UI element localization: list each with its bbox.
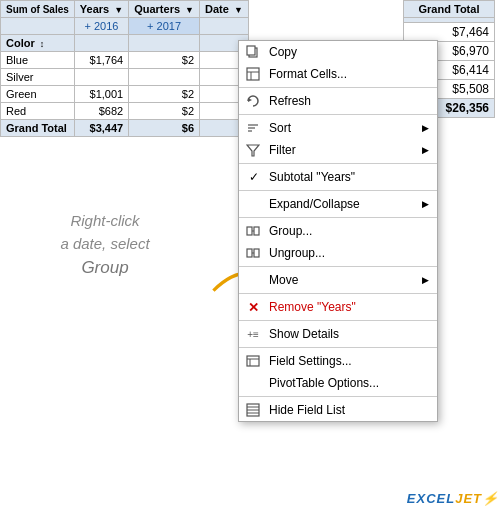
ungroup-icon xyxy=(245,245,261,261)
filter-icon xyxy=(245,142,261,158)
years-header[interactable]: Years ▼ xyxy=(74,1,128,18)
menu-item-show-details[interactable]: +≡ Show Details xyxy=(239,323,437,345)
refresh-label: Refresh xyxy=(269,94,311,108)
svg-rect-14 xyxy=(247,249,252,257)
green-val2: $2 xyxy=(129,86,200,103)
grand-total-label: Grand Total xyxy=(1,120,75,137)
move-label: Move xyxy=(269,273,298,287)
filter-label: Filter xyxy=(269,143,296,157)
years-label: Years xyxy=(80,3,109,15)
color-header: Color ↕ xyxy=(1,35,75,52)
gt-val2: $6 xyxy=(129,120,200,137)
menu-item-ungroup[interactable]: Ungroup... xyxy=(239,242,437,264)
pivot-table: Sum of Sales Years ▼ Quarters ▼ Date ▼ +… xyxy=(0,0,249,137)
empty-cell xyxy=(1,18,75,35)
sort-icon xyxy=(245,120,261,136)
menu-item-filter[interactable]: Filter xyxy=(239,139,437,161)
svg-rect-3 xyxy=(247,68,259,80)
grand-total-row: Grand Total $3,447 $6 xyxy=(1,120,249,137)
refresh-icon xyxy=(245,93,261,109)
expand-collapse-label: Expand/Collapse xyxy=(269,197,360,211)
sum-of-sales-header: Sum of Sales xyxy=(1,1,75,18)
separator-8 xyxy=(239,320,437,321)
menu-item-group[interactable]: Group... xyxy=(239,220,437,242)
remove-years-label: Remove "Years" xyxy=(269,300,356,314)
svg-rect-2 xyxy=(247,46,255,55)
svg-marker-10 xyxy=(247,145,259,156)
group-icon xyxy=(245,223,261,239)
show-details-icon: +≡ xyxy=(245,326,261,342)
remove-icon: ✕ xyxy=(245,299,261,315)
instruction-line1: Right-click xyxy=(70,212,139,229)
hide-field-list-label: Hide Field List xyxy=(269,403,345,417)
watermark: EXCELJET⚡ xyxy=(407,491,499,506)
ungroup-label: Ungroup... xyxy=(269,246,325,260)
separator-2 xyxy=(239,114,437,115)
year-2016-label: + 2016 xyxy=(85,20,119,32)
blue-val2: $2 xyxy=(129,52,200,69)
field-settings-icon xyxy=(245,353,261,369)
copy-label: Copy xyxy=(269,45,297,59)
color-col2 xyxy=(74,35,128,52)
instruction-text: Right-click a date, select Group xyxy=(25,210,185,281)
pivottable-options-label: PivotTable Options... xyxy=(269,376,379,390)
color-blue: Blue xyxy=(1,52,75,69)
menu-item-hide-field-list[interactable]: Hide Field List xyxy=(239,399,437,421)
red-val1: $682 xyxy=(74,103,128,120)
color-green: Green xyxy=(1,86,75,103)
format-cells-label: Format Cells... xyxy=(269,67,347,81)
date-dropdown-icon[interactable]: ▼ xyxy=(234,5,243,15)
group-label: Group... xyxy=(269,224,312,238)
quarters-header[interactable]: Quarters ▼ xyxy=(129,1,200,18)
color-red: Red xyxy=(1,103,75,120)
gt-blue: $7,464 xyxy=(404,23,495,42)
format-cells-icon xyxy=(245,66,261,82)
svg-rect-11 xyxy=(247,227,252,235)
menu-item-format-cells[interactable]: Format Cells... xyxy=(239,63,437,85)
menu-item-pivottable-options[interactable]: PivotTable Options... xyxy=(239,372,437,394)
menu-item-refresh[interactable]: Refresh xyxy=(239,90,437,112)
context-menu: Copy Format Cells... Refresh Sort Filter… xyxy=(238,40,438,422)
separator-6 xyxy=(239,266,437,267)
table-row: Red $682 $2 xyxy=(1,103,249,120)
hide-field-list-icon xyxy=(245,402,261,418)
menu-item-subtotal[interactable]: Subtotal "Years" xyxy=(239,166,437,188)
grand-total-header: Grand Total xyxy=(404,1,495,18)
svg-rect-15 xyxy=(254,249,259,257)
green-val1: $1,001 xyxy=(74,86,128,103)
year-2016[interactable]: + 2016 xyxy=(74,18,128,35)
copy-icon xyxy=(245,44,261,60)
year-2017-label: + 2017 xyxy=(147,20,181,32)
separator-3 xyxy=(239,163,437,164)
year-placeholder xyxy=(200,18,249,35)
separator-1 xyxy=(239,87,437,88)
table-row: Silver xyxy=(1,69,249,86)
separator-4 xyxy=(239,190,437,191)
silver-val1 xyxy=(74,69,128,86)
silver-val2 xyxy=(129,69,200,86)
menu-item-move[interactable]: Move xyxy=(239,269,437,291)
instruction-line2: a date, select xyxy=(60,235,149,252)
menu-item-field-settings[interactable]: Field Settings... xyxy=(239,350,437,372)
red-val2: $2 xyxy=(129,103,200,120)
year-2017[interactable]: + 2017 xyxy=(129,18,200,35)
menu-item-copy[interactable]: Copy xyxy=(239,41,437,63)
menu-item-remove-years[interactable]: ✕ Remove "Years" xyxy=(239,296,437,318)
menu-item-sort[interactable]: Sort xyxy=(239,117,437,139)
svg-rect-12 xyxy=(254,227,259,235)
date-header[interactable]: Date ▼ xyxy=(200,1,249,18)
color-sort-icon[interactable]: ↕ xyxy=(40,39,45,49)
menu-item-expand-collapse[interactable]: Expand/Collapse xyxy=(239,193,437,215)
blue-val1: $1,764 xyxy=(74,52,128,69)
date-label: Date xyxy=(205,3,229,15)
years-dropdown-icon[interactable]: ▼ xyxy=(114,5,123,15)
watermark-accent: JET⚡ xyxy=(455,491,499,506)
table-row: Blue $1,764 $2 xyxy=(1,52,249,69)
color-silver: Silver xyxy=(1,69,75,86)
quarters-label: Quarters xyxy=(134,3,180,15)
subtotal-label: Subtotal "Years" xyxy=(269,170,355,184)
quarters-dropdown-icon[interactable]: ▼ xyxy=(185,5,194,15)
color-col3 xyxy=(129,35,200,52)
separator-9 xyxy=(239,347,437,348)
separator-5 xyxy=(239,217,437,218)
